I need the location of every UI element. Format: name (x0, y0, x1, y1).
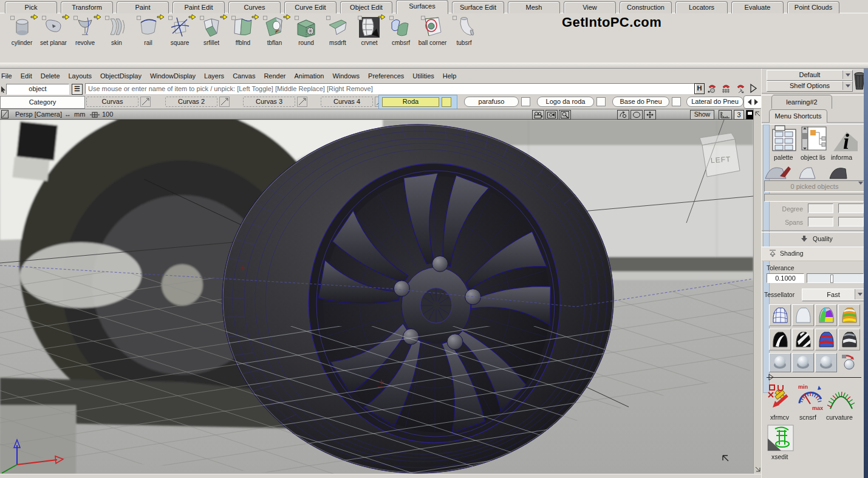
spray-sphere-icon[interactable] (838, 353, 859, 371)
menu-windowdisplay[interactable]: WindowDisplay (146, 72, 200, 80)
menu-animation[interactable]: Animation (290, 72, 329, 80)
option-box[interactable] (10, 16, 15, 20)
panel-slider-marker[interactable] (768, 374, 775, 381)
perspective-viewport[interactable]: LEFT (0, 120, 753, 474)
prompt-expand-icon[interactable] (750, 83, 760, 94)
option-box[interactable] (358, 16, 362, 20)
quality-section-header[interactable]: Quality (762, 233, 868, 246)
shade-silhouette-icon[interactable] (769, 329, 791, 350)
window-corner-icon[interactable] (1, 110, 9, 118)
layer-category-button[interactable]: Category (0, 96, 85, 109)
shade-patches-icon[interactable] (815, 304, 837, 326)
option-box[interactable] (326, 16, 330, 20)
dropdown-arrow-icon[interactable] (855, 289, 864, 299)
menu-help[interactable]: Help (439, 72, 461, 80)
menu-render[interactable]: Render (259, 72, 290, 80)
option-box[interactable] (453, 16, 457, 20)
tab-pick[interactable]: Pick (5, 1, 57, 13)
tab-menu-shortcuts[interactable]: Menu Shortcuts (769, 109, 827, 123)
tolerance-slider[interactable] (807, 273, 864, 283)
menu-canvas[interactable]: Canvas (228, 72, 259, 80)
tool-set-planar[interactable]: set planar (38, 13, 69, 63)
layer-base-checkbox[interactable] (672, 97, 681, 106)
splitter-resize-icon[interactable] (754, 110, 761, 117)
viewport-resize-handle[interactable] (720, 453, 730, 463)
layer-logo-da-roda[interactable]: Logo da roda (537, 97, 594, 107)
tool-cmbsrf[interactable]: cmbsrf (385, 13, 417, 63)
tool-tubsrf[interactable]: tubsrf (448, 13, 480, 63)
tab-paint-edit[interactable]: Paint Edit (173, 1, 225, 13)
layer-lateral-do-pneu[interactable]: Lateral do Pneu (686, 97, 743, 107)
option-box[interactable] (295, 16, 299, 20)
tool-revolve[interactable]: revolve (69, 13, 101, 63)
camera-view-icon[interactable] (545, 110, 558, 120)
tool-tbflan[interactable]: tbflan (259, 13, 290, 63)
tool-round[interactable]: round (290, 13, 322, 63)
diagnostic-sphere-2-icon[interactable] (792, 353, 814, 372)
layer-roda-checkbox[interactable] (442, 97, 451, 107)
prompt-input[interactable] (85, 83, 696, 94)
option-box[interactable] (389, 16, 394, 20)
layer-count-badge[interactable]: 3 (734, 110, 744, 120)
tab-curve-edit[interactable]: Curve Edit (284, 1, 337, 13)
tab-object-edit[interactable]: Object Edit (340, 1, 392, 13)
tool-ball-corner[interactable]: ball corner (417, 13, 448, 63)
shelf-options-dropdown[interactable]: Shelf Options (767, 81, 853, 92)
menu-preferences[interactable]: Preferences (364, 72, 408, 80)
option-box[interactable] (105, 16, 109, 20)
viewport-header[interactable]: Persp [Camera] ↔ mm 100 Show 3 (0, 109, 753, 120)
tool-square[interactable]: square (164, 13, 196, 63)
panel-splitter[interactable] (753, 109, 761, 474)
option-box[interactable] (168, 16, 173, 20)
degree-field-2[interactable] (838, 203, 864, 213)
layer-parafuso[interactable]: parafuso (464, 97, 519, 107)
tab-evaluate[interactable]: Evaluate (731, 1, 784, 13)
information-icon[interactable]: i (831, 125, 859, 152)
snap-grid-icon[interactable] (720, 83, 731, 94)
tool-srfillet[interactable]: srfillet (196, 13, 227, 63)
splitter-resize-icon-bottom[interactable] (754, 466, 761, 473)
shade-chrome-icon[interactable] (838, 329, 860, 350)
shading-section-header[interactable]: Shading (762, 247, 868, 261)
spans-field-1[interactable] (808, 217, 833, 227)
tool-skin[interactable]: skin (101, 13, 132, 63)
pick-nothing-icon[interactable] (735, 83, 746, 94)
tessellator-dropdown[interactable]: Fast (802, 289, 865, 301)
degree-field-1[interactable] (808, 203, 833, 213)
viewport-canvas[interactable]: LEFT (0, 120, 753, 474)
diagnostic-sphere-3-icon[interactable] (815, 353, 837, 372)
scnsrf-icon[interactable]: minmax (797, 383, 825, 411)
menu-file[interactable]: File (0, 72, 16, 80)
slider-thumb[interactable] (830, 275, 833, 283)
pan-icon[interactable] (644, 110, 656, 120)
history-icon[interactable]: H (694, 83, 705, 94)
layer-curvas2[interactable]: Curvas 2 (165, 97, 217, 107)
layer-curvas-state-icon[interactable] (140, 97, 151, 107)
camera-icon[interactable] (532, 110, 544, 120)
diagnostic-sphere-1-icon[interactable] (769, 353, 791, 372)
xfrmcv-icon[interactable] (767, 383, 795, 411)
tab-view[interactable]: View (564, 1, 616, 13)
shade-blue-red-icon[interactable] (815, 329, 837, 350)
pick-object-icon[interactable] (706, 83, 717, 94)
wheel-model[interactable] (222, 125, 613, 473)
spans-field-2[interactable] (838, 217, 864, 227)
menu-layouts[interactable]: Layouts (64, 72, 97, 80)
tab-construction[interactable]: Construction (620, 1, 672, 13)
tool-cylinder[interactable]: cylinder (6, 13, 38, 63)
tab-learning2[interactable]: learning#2 (771, 95, 832, 109)
option-box[interactable] (200, 16, 204, 20)
shelf-preset-dropdown[interactable]: Default (767, 70, 853, 81)
shade-zebra-icon[interactable] (792, 329, 814, 350)
option-box[interactable] (137, 16, 141, 20)
look-at-icon[interactable] (630, 110, 643, 120)
option-box[interactable] (421, 16, 425, 20)
ruler-icon[interactable] (719, 110, 732, 120)
layer-curvas3[interactable]: Curvas 3 (243, 97, 295, 107)
curvature-icon[interactable] (827, 383, 855, 411)
show-button[interactable]: Show (690, 110, 714, 120)
shade-stripes-icon[interactable] (838, 304, 860, 326)
tolerance-input[interactable]: 0.1000 (767, 273, 804, 283)
menu-edit[interactable]: Edit (16, 72, 36, 80)
layer-curvas2-state-icon[interactable] (219, 97, 230, 107)
